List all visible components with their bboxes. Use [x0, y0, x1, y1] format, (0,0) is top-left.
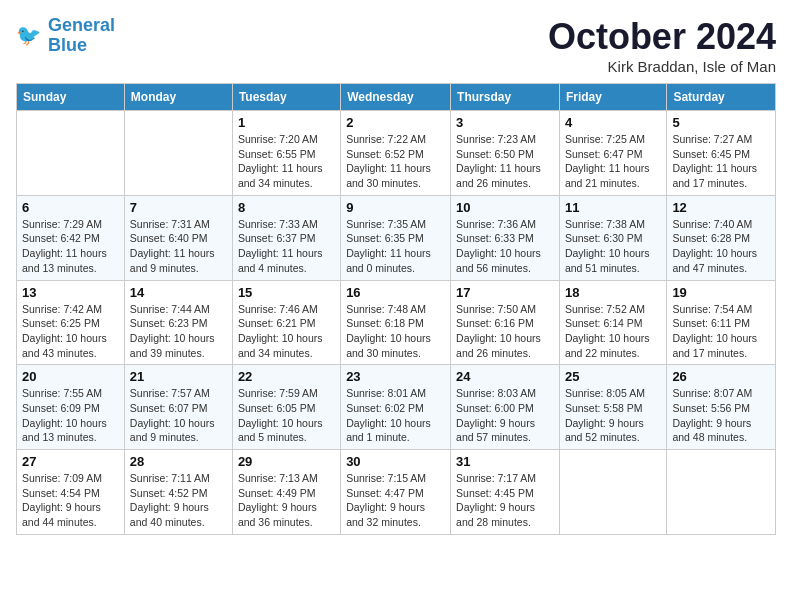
day-info: Sunrise: 7:25 AM Sunset: 6:47 PM Dayligh… — [565, 132, 661, 191]
logo-general: General — [48, 15, 115, 35]
location-label: Kirk Braddan, Isle of Man — [548, 58, 776, 75]
calendar-cell: 5Sunrise: 7:27 AM Sunset: 6:45 PM Daylig… — [667, 111, 776, 196]
day-number: 31 — [456, 454, 554, 469]
weekday-header-saturday: Saturday — [667, 84, 776, 111]
weekday-header-monday: Monday — [124, 84, 232, 111]
calendar-cell: 7Sunrise: 7:31 AM Sunset: 6:40 PM Daylig… — [124, 195, 232, 280]
calendar-week-row: 1Sunrise: 7:20 AM Sunset: 6:55 PM Daylig… — [17, 111, 776, 196]
calendar-week-row: 6Sunrise: 7:29 AM Sunset: 6:42 PM Daylig… — [17, 195, 776, 280]
calendar-cell: 6Sunrise: 7:29 AM Sunset: 6:42 PM Daylig… — [17, 195, 125, 280]
day-info: Sunrise: 7:38 AM Sunset: 6:30 PM Dayligh… — [565, 217, 661, 276]
day-number: 25 — [565, 369, 661, 384]
calendar-week-row: 20Sunrise: 7:55 AM Sunset: 6:09 PM Dayli… — [17, 365, 776, 450]
calendar-cell: 17Sunrise: 7:50 AM Sunset: 6:16 PM Dayli… — [451, 280, 560, 365]
calendar-cell: 14Sunrise: 7:44 AM Sunset: 6:23 PM Dayli… — [124, 280, 232, 365]
calendar-cell — [559, 450, 666, 535]
day-info: Sunrise: 7:17 AM Sunset: 4:45 PM Dayligh… — [456, 471, 554, 530]
logo-text: General Blue — [48, 16, 115, 56]
calendar-cell — [17, 111, 125, 196]
day-info: Sunrise: 7:20 AM Sunset: 6:55 PM Dayligh… — [238, 132, 335, 191]
day-info: Sunrise: 7:09 AM Sunset: 4:54 PM Dayligh… — [22, 471, 119, 530]
day-info: Sunrise: 7:13 AM Sunset: 4:49 PM Dayligh… — [238, 471, 335, 530]
day-number: 3 — [456, 115, 554, 130]
calendar-cell: 24Sunrise: 8:03 AM Sunset: 6:00 PM Dayli… — [451, 365, 560, 450]
day-info: Sunrise: 7:36 AM Sunset: 6:33 PM Dayligh… — [456, 217, 554, 276]
calendar-cell: 15Sunrise: 7:46 AM Sunset: 6:21 PM Dayli… — [232, 280, 340, 365]
day-info: Sunrise: 8:01 AM Sunset: 6:02 PM Dayligh… — [346, 386, 445, 445]
day-info: Sunrise: 7:29 AM Sunset: 6:42 PM Dayligh… — [22, 217, 119, 276]
calendar-cell: 10Sunrise: 7:36 AM Sunset: 6:33 PM Dayli… — [451, 195, 560, 280]
calendar-cell: 22Sunrise: 7:59 AM Sunset: 6:05 PM Dayli… — [232, 365, 340, 450]
day-info: Sunrise: 7:46 AM Sunset: 6:21 PM Dayligh… — [238, 302, 335, 361]
day-number: 14 — [130, 285, 227, 300]
day-info: Sunrise: 7:59 AM Sunset: 6:05 PM Dayligh… — [238, 386, 335, 445]
day-number: 29 — [238, 454, 335, 469]
day-info: Sunrise: 7:11 AM Sunset: 4:52 PM Dayligh… — [130, 471, 227, 530]
title-block: October 2024 Kirk Braddan, Isle of Man — [548, 16, 776, 75]
month-title: October 2024 — [548, 16, 776, 58]
day-info: Sunrise: 7:42 AM Sunset: 6:25 PM Dayligh… — [22, 302, 119, 361]
day-number: 30 — [346, 454, 445, 469]
calendar-cell: 19Sunrise: 7:54 AM Sunset: 6:11 PM Dayli… — [667, 280, 776, 365]
day-number: 17 — [456, 285, 554, 300]
day-info: Sunrise: 7:52 AM Sunset: 6:14 PM Dayligh… — [565, 302, 661, 361]
calendar-table: SundayMondayTuesdayWednesdayThursdayFrid… — [16, 83, 776, 535]
day-number: 2 — [346, 115, 445, 130]
day-number: 8 — [238, 200, 335, 215]
calendar-cell: 28Sunrise: 7:11 AM Sunset: 4:52 PM Dayli… — [124, 450, 232, 535]
weekday-header-friday: Friday — [559, 84, 666, 111]
day-number: 9 — [346, 200, 445, 215]
day-number: 7 — [130, 200, 227, 215]
day-info: Sunrise: 7:54 AM Sunset: 6:11 PM Dayligh… — [672, 302, 770, 361]
calendar-week-row: 27Sunrise: 7:09 AM Sunset: 4:54 PM Dayli… — [17, 450, 776, 535]
day-number: 4 — [565, 115, 661, 130]
weekday-header-sunday: Sunday — [17, 84, 125, 111]
calendar-cell: 23Sunrise: 8:01 AM Sunset: 6:02 PM Dayli… — [341, 365, 451, 450]
calendar-cell: 29Sunrise: 7:13 AM Sunset: 4:49 PM Dayli… — [232, 450, 340, 535]
day-info: Sunrise: 7:50 AM Sunset: 6:16 PM Dayligh… — [456, 302, 554, 361]
day-number: 26 — [672, 369, 770, 384]
calendar-header-row: SundayMondayTuesdayWednesdayThursdayFrid… — [17, 84, 776, 111]
day-info: Sunrise: 7:35 AM Sunset: 6:35 PM Dayligh… — [346, 217, 445, 276]
day-number: 13 — [22, 285, 119, 300]
calendar-cell: 9Sunrise: 7:35 AM Sunset: 6:35 PM Daylig… — [341, 195, 451, 280]
day-number: 27 — [22, 454, 119, 469]
day-number: 11 — [565, 200, 661, 215]
day-number: 12 — [672, 200, 770, 215]
calendar-cell: 27Sunrise: 7:09 AM Sunset: 4:54 PM Dayli… — [17, 450, 125, 535]
calendar-cell: 21Sunrise: 7:57 AM Sunset: 6:07 PM Dayli… — [124, 365, 232, 450]
day-number: 1 — [238, 115, 335, 130]
day-info: Sunrise: 7:48 AM Sunset: 6:18 PM Dayligh… — [346, 302, 445, 361]
page-header: 🐦 General Blue October 2024 Kirk Braddan… — [16, 16, 776, 75]
day-number: 21 — [130, 369, 227, 384]
day-number: 15 — [238, 285, 335, 300]
day-info: Sunrise: 7:22 AM Sunset: 6:52 PM Dayligh… — [346, 132, 445, 191]
calendar-cell — [667, 450, 776, 535]
calendar-week-row: 13Sunrise: 7:42 AM Sunset: 6:25 PM Dayli… — [17, 280, 776, 365]
calendar-cell: 1Sunrise: 7:20 AM Sunset: 6:55 PM Daylig… — [232, 111, 340, 196]
day-info: Sunrise: 7:15 AM Sunset: 4:47 PM Dayligh… — [346, 471, 445, 530]
calendar-cell: 25Sunrise: 8:05 AM Sunset: 5:58 PM Dayli… — [559, 365, 666, 450]
weekday-header-thursday: Thursday — [451, 84, 560, 111]
calendar-cell: 26Sunrise: 8:07 AM Sunset: 5:56 PM Dayli… — [667, 365, 776, 450]
day-number: 19 — [672, 285, 770, 300]
calendar-cell: 2Sunrise: 7:22 AM Sunset: 6:52 PM Daylig… — [341, 111, 451, 196]
day-info: Sunrise: 8:05 AM Sunset: 5:58 PM Dayligh… — [565, 386, 661, 445]
day-info: Sunrise: 7:31 AM Sunset: 6:40 PM Dayligh… — [130, 217, 227, 276]
day-info: Sunrise: 7:33 AM Sunset: 6:37 PM Dayligh… — [238, 217, 335, 276]
calendar-cell: 31Sunrise: 7:17 AM Sunset: 4:45 PM Dayli… — [451, 450, 560, 535]
day-info: Sunrise: 8:03 AM Sunset: 6:00 PM Dayligh… — [456, 386, 554, 445]
day-number: 16 — [346, 285, 445, 300]
calendar-cell: 20Sunrise: 7:55 AM Sunset: 6:09 PM Dayli… — [17, 365, 125, 450]
day-info: Sunrise: 7:55 AM Sunset: 6:09 PM Dayligh… — [22, 386, 119, 445]
logo-bird-icon: 🐦 — [16, 22, 44, 50]
calendar-cell: 8Sunrise: 7:33 AM Sunset: 6:37 PM Daylig… — [232, 195, 340, 280]
calendar-cell: 12Sunrise: 7:40 AM Sunset: 6:28 PM Dayli… — [667, 195, 776, 280]
logo: 🐦 General Blue — [16, 16, 115, 56]
calendar-cell — [124, 111, 232, 196]
svg-text:🐦: 🐦 — [16, 23, 42, 48]
calendar-cell: 18Sunrise: 7:52 AM Sunset: 6:14 PM Dayli… — [559, 280, 666, 365]
calendar-cell: 11Sunrise: 7:38 AM Sunset: 6:30 PM Dayli… — [559, 195, 666, 280]
day-number: 24 — [456, 369, 554, 384]
day-info: Sunrise: 7:23 AM Sunset: 6:50 PM Dayligh… — [456, 132, 554, 191]
